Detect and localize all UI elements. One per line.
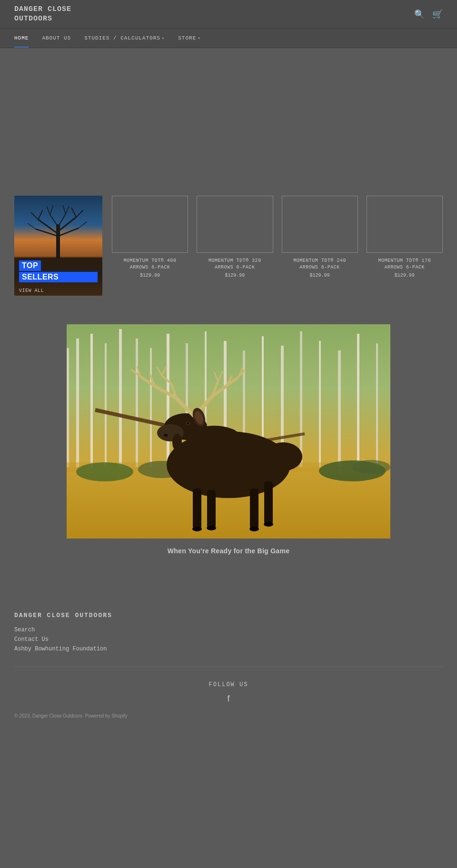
moose-image [67, 324, 390, 539]
svg-point-75 [188, 426, 240, 449]
footer-copyright: © 2023, Danger Close Outdoors. Powered b… [14, 713, 443, 718]
search-icon[interactable]: 🔍 [414, 9, 425, 20]
product-card-3[interactable]: MOMENTUM TDT® 170ARROWS 6-PACK $129.99 [367, 196, 443, 278]
follow-section: FOLLOW US f [14, 681, 443, 704]
chevron-down-icon: ▾ [162, 36, 165, 41]
facebook-icon[interactable]: f [227, 694, 229, 703]
product-image-1 [197, 196, 273, 253]
svg-point-81 [207, 526, 216, 530]
svg-point-46 [352, 460, 390, 474]
svg-rect-23 [105, 343, 107, 467]
product-card-0[interactable]: MOMENTUM TDT® 400ARROWS 6-PACK $129.99 [112, 196, 188, 278]
svg-rect-27 [167, 334, 169, 477]
product-name-0: MOMENTUM TDT® 400ARROWS 6-PACK [124, 258, 177, 271]
site-logo: DANGER CLOSE OUTDOORS [14, 5, 71, 23]
product-price-0: $129.99 [140, 273, 160, 278]
product-name-1: MOMENTUM TDT® 320ARROWS 6-PACK [209, 258, 261, 271]
cart-icon[interactable]: 🛒 [432, 9, 443, 20]
site-footer: DANGER CLOSE OUTDOORS Search Contact Us … [0, 593, 457, 728]
svg-rect-77 [207, 490, 216, 528]
nav-item-studies[interactable]: STUDIES / CALCULATORS ▾ [84, 29, 165, 48]
hero-area [0, 48, 457, 191]
footer-link-contact[interactable]: Contact Us [14, 636, 443, 643]
banner-label-bottom: SELLERS [19, 272, 98, 282]
svg-rect-79 [264, 481, 273, 524]
product-price-1: $129.99 [225, 273, 245, 278]
top-sellers-banner: TOP SELLERS VIEW ALL [14, 196, 102, 296]
products-grid: MOMENTUM TDT® 400ARROWS 6-PACK $129.99 M… [112, 196, 443, 278]
svg-rect-35 [319, 341, 321, 474]
svg-point-80 [192, 527, 202, 531]
svg-rect-25 [136, 339, 138, 472]
svg-rect-24 [119, 329, 122, 472]
moose-section: When You're Ready for the Big Game [0, 315, 457, 564]
nav-item-home[interactable]: HOME [14, 29, 29, 48]
product-name-3: MOMENTUM TDT® 170ARROWS 6-PACK [378, 258, 431, 271]
svg-point-82 [249, 527, 259, 531]
header-icons: 🔍 🛒 [414, 9, 443, 20]
footer-link-search[interactable]: Search [14, 627, 443, 633]
product-price-3: $129.99 [395, 273, 415, 278]
footer-link-ashby[interactable]: Ashby Bowhunting Foundation [14, 646, 443, 652]
svg-point-51 [164, 434, 168, 437]
svg-point-83 [264, 522, 273, 527]
svg-rect-26 [150, 348, 152, 472]
footer-divider [14, 667, 443, 667]
product-card-2[interactable]: MOMENTUM TDT® 240ARROWS 6-PACK $129.99 [282, 196, 358, 278]
follow-label: FOLLOW US [14, 681, 443, 688]
product-image-0 [112, 196, 188, 253]
svg-rect-20 [67, 348, 69, 467]
svg-point-84 [264, 442, 302, 471]
view-all-button[interactable]: VIEW ALL [19, 288, 44, 293]
svg-rect-78 [250, 489, 258, 529]
svg-rect-37 [357, 334, 359, 472]
spacer [0, 564, 457, 593]
nav-item-about[interactable]: ABOUT US [42, 29, 71, 48]
site-header: DANGER CLOSE OUTDOORS 🔍 🛒 [0, 0, 457, 29]
svg-point-53 [187, 422, 189, 424]
moose-caption: When You're Ready for the Big Game [168, 547, 290, 555]
svg-rect-36 [338, 350, 341, 469]
banner-overlay: TOP SELLERS VIEW ALL [14, 257, 102, 296]
svg-point-43 [76, 462, 133, 481]
product-name-2: MOMENTUM TDT® 240ARROWS 6-PACK [293, 258, 346, 271]
svg-rect-76 [193, 489, 201, 529]
banner-label-top: TOP [19, 260, 41, 271]
product-image-3 [367, 196, 443, 253]
svg-rect-38 [376, 343, 378, 472]
svg-point-85 [172, 434, 182, 451]
svg-rect-21 [76, 339, 79, 472]
product-price-2: $129.99 [310, 273, 330, 278]
svg-rect-22 [90, 334, 93, 477]
top-sellers-section: TOP SELLERS VIEW ALL MOMENTUM TDT® 400AR… [0, 191, 457, 315]
product-image-2 [282, 196, 358, 253]
footer-brand: DANGER CLOSE OUTDOORS [14, 612, 443, 619]
product-card-1[interactable]: MOMENTUM TDT® 320ARROWS 6-PACK $129.99 [197, 196, 273, 278]
chevron-down-icon: ▾ [198, 36, 200, 41]
nav-item-store[interactable]: STORE ▾ [178, 29, 200, 48]
main-nav: HOME ABOUT US STUDIES / CALCULATORS ▾ ST… [0, 29, 457, 48]
